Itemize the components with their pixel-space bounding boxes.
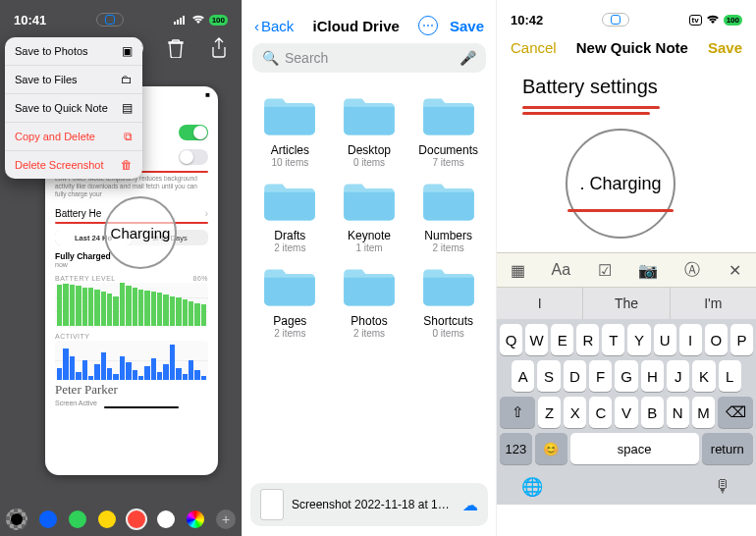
add-button[interactable]: +: [216, 509, 236, 529]
dictation-icon[interactable]: 🎙: [714, 476, 731, 498]
color-yellow[interactable]: [98, 510, 116, 528]
folder-name: Pages: [252, 314, 328, 328]
share-menu: Save to Photos▣ Save to Files🗀 Save to Q…: [5, 37, 142, 179]
folder-icon: 🗀: [121, 73, 133, 86]
document-name: Screenshot 2022-11-18 at 10.40.2…: [292, 498, 455, 511]
save-button[interactable]: Save: [450, 18, 484, 34]
dynamic-island-indicator: [96, 13, 124, 27]
folder-name: Photos: [332, 314, 407, 328]
camera-icon[interactable]: 📷: [635, 261, 661, 280]
folder-drafts[interactable]: Drafts 2 items: [252, 178, 328, 253]
cancel-button[interactable]: Cancel: [511, 39, 557, 56]
trash-icon: 🗑: [121, 158, 133, 172]
folder-pages[interactable]: Pages 2 items: [252, 263, 328, 339]
search-bar[interactable]: 🔍 Search 🎤: [252, 43, 486, 73]
key-r[interactable]: R: [576, 324, 599, 355]
folder-photos[interactable]: Photos 2 items: [332, 263, 407, 339]
key-j[interactable]: J: [667, 360, 689, 392]
folder-name: Documents: [410, 143, 486, 157]
document-bar[interactable]: Screenshot 2022-11-18 at 10.40.2… ☁︎: [250, 483, 488, 526]
return-key[interactable]: return: [702, 433, 753, 464]
battery-toggle: [179, 125, 208, 140]
checklist-icon[interactable]: ☑︎: [592, 261, 618, 280]
note-canvas[interactable]: Battery settings . Charging: [497, 66, 756, 252]
chevron-right-icon: ›: [205, 208, 208, 219]
markup-icon[interactable]: Ⓐ: [679, 260, 705, 281]
key-z[interactable]: Z: [538, 397, 561, 428]
backspace-key[interactable]: ⌫: [718, 397, 753, 428]
color-blue[interactable]: [39, 510, 57, 528]
key-f[interactable]: F: [589, 360, 612, 392]
folder-icon: [340, 178, 399, 225]
numeric-key[interactable]: 123: [500, 433, 532, 464]
suggestion-3[interactable]: I'm: [671, 288, 756, 319]
globe-icon[interactable]: 🌐: [521, 476, 543, 498]
menu-delete-screenshot[interactable]: Delete Screenshot🗑: [5, 151, 142, 179]
menu-save-to-quick-note[interactable]: Save to Quick Note▤: [5, 94, 142, 123]
menu-copy-and-delete[interactable]: Copy and Delete⧉: [5, 123, 142, 151]
save-button[interactable]: Save: [708, 39, 742, 56]
textformat-icon[interactable]: Aa: [548, 261, 573, 279]
key-n[interactable]: N: [667, 397, 689, 428]
space-key[interactable]: space: [570, 433, 699, 464]
key-c[interactable]: C: [589, 397, 612, 428]
key-x[interactable]: X: [564, 397, 586, 428]
folder-count: 2 items: [252, 328, 328, 339]
folder-count: 0 items: [332, 157, 407, 168]
folder-icon: [340, 92, 399, 139]
key-s[interactable]: S: [537, 360, 560, 392]
key-h[interactable]: H: [641, 360, 664, 392]
color-white[interactable]: [157, 510, 175, 528]
key-b[interactable]: B: [641, 397, 664, 428]
key-m[interactable]: M: [692, 397, 715, 428]
folder-count: 7 items: [410, 157, 486, 168]
key-o[interactable]: O: [705, 324, 728, 355]
suggestion-2[interactable]: The: [583, 288, 670, 319]
folder-articles[interactable]: Articles 10 items: [252, 92, 328, 168]
search-placeholder: Search: [285, 50, 454, 66]
color-wheel[interactable]: [187, 510, 204, 528]
key-v[interactable]: V: [615, 397, 637, 428]
more-button[interactable]: ⋯: [418, 16, 438, 35]
photo-icon: ▣: [122, 44, 133, 58]
key-i[interactable]: I: [679, 324, 702, 355]
key-u[interactable]: U: [654, 324, 676, 355]
key-k[interactable]: K: [692, 360, 715, 392]
suggestion-1[interactable]: I: [497, 288, 583, 319]
key-p[interactable]: P: [730, 324, 753, 355]
key-g[interactable]: G: [615, 360, 637, 392]
share-icon[interactable]: [208, 37, 230, 59]
wifi-icon: [706, 15, 720, 25]
folder-keynote[interactable]: Keynote 1 item: [332, 178, 407, 253]
color-red[interactable]: [128, 510, 145, 528]
key-l[interactable]: L: [719, 360, 741, 392]
table-icon[interactable]: ▦: [505, 261, 530, 280]
folder-numbers[interactable]: Numbers 2 items: [410, 178, 486, 253]
opacity-picker[interactable]: [6, 509, 27, 530]
key-y[interactable]: Y: [627, 324, 650, 355]
key-d[interactable]: D: [564, 360, 586, 392]
nav-title: iCloud Drive: [312, 18, 399, 34]
menu-save-to-files[interactable]: Save to Files🗀: [5, 66, 142, 94]
key-t[interactable]: T: [602, 324, 624, 355]
status-time: 10:41: [14, 13, 46, 27]
key-a[interactable]: A: [512, 360, 534, 392]
close-icon[interactable]: ✕: [723, 261, 748, 280]
shift-key[interactable]: ⇧: [500, 397, 535, 428]
emoji-key[interactable]: 😊: [535, 433, 567, 464]
folder-documents[interactable]: Documents 7 items: [410, 92, 486, 168]
back-button[interactable]: ‹ Back: [254, 18, 294, 34]
trash-icon[interactable]: [165, 37, 187, 59]
key-w[interactable]: W: [525, 324, 548, 355]
key-e[interactable]: E: [551, 324, 573, 355]
nav-bar: ‹ Back iCloud Drive ⋯ Save: [243, 8, 496, 43]
folder-name: Keynote: [332, 229, 407, 242]
mic-icon[interactable]: 🎤: [459, 50, 476, 66]
cellular-icon: [174, 15, 188, 25]
folder-icon: [260, 178, 319, 225]
folder-desktop[interactable]: Desktop 0 items: [332, 92, 407, 168]
key-q[interactable]: Q: [500, 324, 522, 355]
color-green[interactable]: [69, 510, 86, 528]
folder-shortcuts[interactable]: Shortcuts 0 items: [410, 263, 486, 339]
menu-save-to-photos[interactable]: Save to Photos▣: [5, 37, 142, 66]
